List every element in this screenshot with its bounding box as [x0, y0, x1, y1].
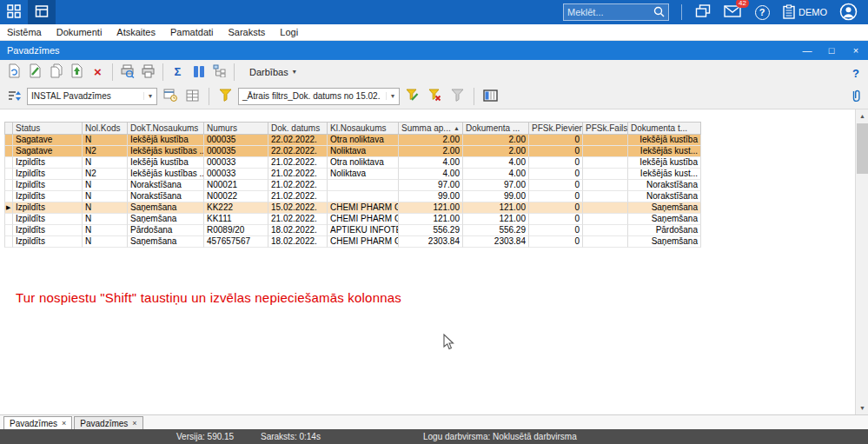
mail-button[interactable]: 42	[724, 3, 741, 22]
table-row[interactable]: IzpildītsNPārdošanaR0089/2018.02.2022.AP…	[4, 225, 701, 236]
sum-button[interactable]: Σ	[168, 63, 188, 82]
topbar-separator	[681, 4, 682, 20]
menu-logi[interactable]: Logi	[280, 27, 298, 37]
columns-layout-button[interactable]	[189, 63, 209, 82]
statusbar: Versija: 590.15 Saraksts: 0:14s Logu dar…	[0, 429, 868, 444]
attachment-button[interactable]	[847, 88, 865, 105]
menu-sistema[interactable]: Sistēma	[7, 27, 42, 37]
filter-funnel-icon	[219, 89, 232, 103]
list-combobox[interactable]: INSTAL Pavadzīmes ▾	[27, 88, 157, 105]
app-menu-button[interactable]	[0, 0, 28, 24]
documents-table: Status Nol.Kods DokT.Nosaukums Numurs Do…	[4, 122, 701, 248]
table-cell: 21.02.2022.	[268, 169, 328, 180]
demo-button[interactable]: DEMO	[783, 3, 827, 22]
tree-view-icon	[213, 64, 227, 79]
table-cell: Norakstīšana	[628, 191, 701, 202]
column-header-dokdatums[interactable]: Dok. datums	[268, 122, 328, 135]
windows-button[interactable]	[694, 3, 712, 22]
global-search	[563, 3, 669, 21]
table-row[interactable]: IzpildītsNSaņemšana45765756718.02.2022.C…	[4, 236, 701, 248]
print-preview-button[interactable]	[117, 63, 137, 82]
topbar: 42 ? DEMO	[0, 0, 868, 24]
maximize-button[interactable]: □	[819, 41, 844, 60]
list-grid-button[interactable]	[182, 87, 202, 106]
clear-filter-button[interactable]	[425, 87, 445, 106]
edit-filter-button[interactable]	[402, 87, 422, 106]
menu-saraksts[interactable]: Saraksts	[229, 27, 266, 37]
table-cell: Norakstīšana	[128, 191, 204, 202]
scroll-down-button[interactable]: ▼	[856, 401, 868, 414]
column-header-summa[interactable]: Summa ap... ▲	[399, 122, 463, 135]
table-cell: N	[83, 191, 128, 202]
column-header-numurs[interactable]: Numurs	[204, 122, 268, 135]
column-header-dokumenta-t[interactable]: Dokumenta t...	[628, 122, 701, 135]
column-header-label: Summa ap...	[401, 123, 451, 135]
documents-module-button[interactable]	[28, 0, 56, 24]
column-header-doktnosaukums[interactable]: DokT.Nosaukums	[128, 122, 204, 135]
user-button[interactable]	[839, 3, 858, 22]
table-row[interactable]: ▶IzpildītsNSaņemšanaKK22215.02.2022.CHEM…	[4, 202, 701, 214]
menu-dokumenti[interactable]: Dokumenti	[56, 27, 103, 37]
edit-button[interactable]	[25, 63, 45, 82]
table-row[interactable]: SagataveNIekšējā kustība00003522.02.2022…	[4, 135, 701, 146]
help-button[interactable]: ?	[753, 3, 771, 22]
search-icon[interactable]	[653, 6, 665, 19]
actions-dropdown-button[interactable]: Darbības ▾	[242, 65, 303, 79]
list-settings-button[interactable]	[160, 87, 180, 106]
table-cell: Izpildīts	[13, 236, 83, 248]
table-cell	[583, 191, 628, 202]
toolbar-separator	[474, 88, 474, 105]
column-header-pfsk-fails[interactable]: PFSk.Fails	[583, 122, 628, 135]
windows-icon	[695, 4, 711, 20]
table-cell: KK111	[204, 214, 268, 225]
print-button[interactable]	[138, 63, 158, 82]
column-header-nolkods[interactable]: Nol.Kods	[83, 122, 128, 135]
table-cell: 0	[529, 214, 583, 225]
remove-filter-button[interactable]	[447, 87, 467, 106]
menu-atskaites[interactable]: Atskaites	[116, 27, 156, 37]
column-header-status[interactable]: Status	[13, 122, 83, 135]
minimize-button[interactable]: —	[795, 41, 819, 60]
close-button[interactable]: ×	[844, 41, 868, 60]
copy-button[interactable]	[46, 63, 66, 82]
column-settings-button[interactable]	[480, 87, 500, 106]
grid-view-icon	[186, 89, 199, 103]
topbar-right: 42 ? DEMO	[563, 3, 868, 22]
delete-button[interactable]: ×	[88, 63, 108, 82]
table-cell	[583, 225, 628, 236]
send-document-icon	[70, 63, 83, 80]
tab-pavadzimes-1[interactable]: Pavadzīmes ×	[3, 416, 72, 429]
send-button[interactable]	[67, 63, 87, 82]
column-header-klnosaukums[interactable]: Kl.Nosaukums	[328, 122, 399, 135]
print-preview-icon	[120, 64, 135, 80]
row-indicator	[4, 225, 13, 236]
table-row[interactable]: IzpildītsNNorakstīšanaN0002221.02.2022.9…	[4, 191, 701, 202]
filter-button[interactable]	[215, 87, 235, 106]
table-row[interactable]: IzpildītsNNorakstīšanaN0002121.02.2022.9…	[4, 180, 701, 191]
tab-close-icon[interactable]: ×	[132, 419, 136, 427]
table-row[interactable]: IzpildītsNSaņemšanaKK11121.02.2022.CHEMI…	[4, 214, 701, 225]
vertical-scrollbar[interactable]: ▲ ▼	[855, 109, 868, 414]
tab-pavadzimes-2[interactable]: Pavadzīmes ×	[74, 416, 142, 429]
search-input[interactable]	[567, 7, 653, 17]
sort-button[interactable]	[4, 87, 24, 106]
scroll-up-button[interactable]: ▲	[856, 109, 868, 123]
scrollbar-thumb[interactable]	[857, 123, 868, 174]
refresh-button[interactable]	[4, 63, 24, 82]
tree-view-button[interactable]	[209, 63, 229, 82]
quick-filter-combobox[interactable]: _Ātrais filtrs_Dok. datums no 15.02. ▾	[238, 88, 400, 105]
table-row[interactable]: SagataveN2Iekšējās kustības ...00003522.…	[4, 146, 701, 157]
table-row[interactable]: IzpildītsNIekšējā kustība00003321.02.202…	[4, 157, 701, 169]
window-help-button[interactable]: ?	[847, 64, 865, 82]
menu-pamatdati[interactable]: Pamatdati	[170, 27, 214, 37]
table-cell: Iekšējās kustības ...	[128, 169, 204, 180]
window-title: Pavadzīmes	[7, 45, 60, 56]
table-clock-icon	[163, 89, 177, 103]
table-cell	[583, 146, 628, 157]
table-row[interactable]: IzpildītsN2Iekšējās kustības ...00003321…	[4, 169, 701, 180]
column-header-dokumenta[interactable]: Dokumenta ...	[463, 122, 529, 135]
tab-close-icon[interactable]: ×	[62, 419, 66, 427]
columns-icon	[194, 66, 204, 77]
table-cell: 556.29	[463, 225, 529, 236]
column-header-pfsk-pievien[interactable]: PFSk.Pievien...	[529, 122, 583, 135]
